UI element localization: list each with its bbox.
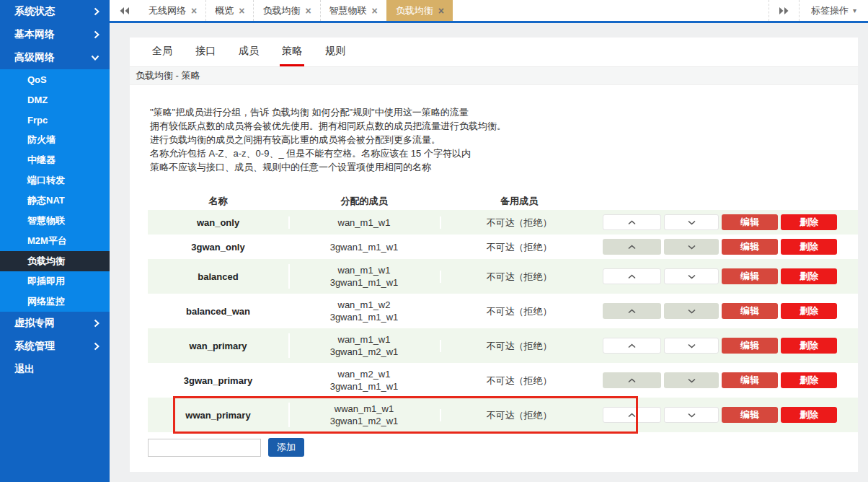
edit-button[interactable]: 编辑 [722,372,778,388]
policy-members: wan_m1_w23gwan1_m1_w1 [288,299,440,323]
edit-button[interactable]: 编辑 [722,407,778,423]
move-up-button[interactable] [603,338,661,354]
tab-close-icon[interactable]: × [305,6,311,16]
chevron-up-icon [628,245,636,250]
tab-close-icon[interactable]: × [191,6,197,16]
edit-button[interactable]: 编辑 [722,239,778,255]
move-up-button[interactable] [603,372,661,388]
policy-name: balanced [148,271,288,283]
policy-row-3gwan_only: 3gwan_only3gwan1_m1_w1不可达（拒绝）编辑删除 [148,235,858,259]
sidebar-subitem-DMZ[interactable]: DMZ [0,89,110,110]
header-members: 分配的成员 [288,195,440,207]
policy-fallback: 不可达（拒绝） [440,409,598,421]
policy-name: wan_only [148,216,288,229]
policy-row-wan_primary: wan_primarywan_m1_w13gwan1_m2_w1不可达（拒绝）编… [148,328,858,363]
sidebar-item-退出[interactable]: 退出 [0,358,110,381]
delete-button[interactable]: 删除 [781,214,837,230]
table-header-row: 名称 分配的成员 备用成员 [148,191,858,210]
chevron-up-icon [628,220,636,225]
sidebar-item-label: 退出 [14,363,35,376]
delete-button[interactable]: 删除 [781,268,837,284]
chevron-up-icon [628,309,636,314]
sidebar-subitem-静态NAT[interactable]: 静态NAT [0,190,110,211]
module-tab-策略[interactable]: 策略 [280,38,304,66]
window-tab-label: 概览 [215,4,234,17]
module-tab-规则[interactable]: 规则 [323,38,347,66]
policy-fallback: 不可达（拒绝） [440,305,598,317]
tabs-scroll-right-button[interactable] [769,0,799,21]
move-up-button[interactable] [603,239,661,255]
chevron-down-icon [688,220,696,225]
move-down-button[interactable] [664,303,719,319]
policy-name: wwan_primary [148,409,288,421]
row-actions: 编辑删除 [598,303,858,319]
sidebar-subitem-Frpc[interactable]: Frpc [0,110,110,130]
tab-close-icon[interactable]: × [239,6,244,16]
sidebar-top-group: 系统状态基本网络高级网络 [0,0,110,69]
module-tab-接口[interactable]: 接口 [193,38,218,66]
edit-button[interactable]: 编辑 [722,268,778,284]
chevron-down-icon [688,413,696,418]
sidebar-item-高级网络[interactable]: 高级网络 [0,46,110,69]
move-up-button[interactable] [603,214,661,230]
delete-button[interactable]: 删除 [781,407,837,423]
delete-button[interactable]: 删除 [781,372,837,388]
sidebar-item-系统管理[interactable]: 系统管理 [0,335,110,358]
move-down-button[interactable] [664,268,719,284]
window-tab-智慧物联[interactable]: 智慧物联× [320,0,386,21]
sidebar-subitem-智慧物联[interactable]: 智慧物联 [0,211,110,231]
add-policy-button[interactable]: 添加 [268,438,304,457]
window-tab-label: 负载均衡 [262,4,300,17]
policy-table: 名称 分配的成员 备用成员 wan_onlywan_m1_w1不可达（拒绝）编辑… [148,191,858,432]
row-actions: 编辑删除 [598,338,858,354]
move-down-button[interactable] [664,407,719,423]
policy-fallback: 不可达（拒绝） [440,216,598,229]
policy-row-wwan_primary: wwan_primarywwan_m1_w13gwan1_m2_w1不可达（拒绝… [148,398,858,432]
sidebar-subitem-负载均衡[interactable]: 负载均衡 [0,251,110,271]
tabs-scroll-left-button[interactable] [110,0,140,21]
window-tab-无线网络[interactable]: 无线网络× [140,0,205,21]
sidebar-subitem-中继器[interactable]: 中继器 [0,150,110,170]
sidebar-item-系统状态[interactable]: 系统状态 [0,0,110,23]
new-policy-name-input[interactable] [148,439,261,457]
header-fallback: 备用成员 [440,195,598,207]
sidebar-subitem-QoS[interactable]: QoS [0,69,110,89]
sidebar-item-虚拟专网[interactable]: 虚拟专网 [0,312,110,335]
move-down-button[interactable] [664,239,719,255]
policy-name: wan_primary [148,340,288,352]
sidebar-subitem-端口转发[interactable]: 端口转发 [0,170,110,190]
row-actions: 编辑删除 [598,407,858,423]
module-tab-成员[interactable]: 成员 [236,38,261,66]
tab-close-icon[interactable]: × [438,6,444,16]
tab-close-icon[interactable]: × [372,6,378,16]
move-down-button[interactable] [664,338,719,354]
sidebar-subitem-即插即用[interactable]: 即插即用 [0,271,110,292]
policy-description: "策略"把成员进行分组，告诉 负载均衡 如何分配"规则"中使用这一策略的流量拥有… [150,105,858,174]
move-up-button[interactable] [603,303,661,319]
edit-button[interactable]: 编辑 [722,338,778,354]
chevron-right-icon [94,7,99,16]
delete-button[interactable]: 删除 [781,239,837,255]
policy-name: balanced_wan [148,305,288,317]
window-tabs: 无线网络×概览×负载均衡×智慧物联×负载均衡× [140,0,453,21]
sidebar-item-基本网络[interactable]: 基本网络 [0,23,110,46]
edit-button[interactable]: 编辑 [722,214,778,230]
edit-button[interactable]: 编辑 [722,303,778,319]
move-up-button[interactable] [603,268,661,284]
chevron-up-icon [628,343,636,349]
delete-button[interactable]: 删除 [781,303,837,319]
window-tab-负载均衡[interactable]: 负载均衡× [253,0,319,21]
module-tab-全局[interactable]: 全局 [150,38,174,66]
sidebar-subitem-防火墙[interactable]: 防火墙 [0,130,110,150]
window-tab-概览[interactable]: 概览× [205,0,253,21]
sidebar-subitem-M2M平台[interactable]: M2M平台 [0,231,110,251]
delete-button[interactable]: 删除 [781,338,837,354]
tab-operations-menu[interactable]: 标签操作 ▾ [799,0,868,21]
window-tab-负载均衡[interactable]: 负载均衡× [386,0,453,21]
move-down-button[interactable] [664,372,719,388]
chevron-down-icon [688,274,696,279]
sidebar-item-label: 虚拟专网 [14,317,55,330]
move-up-button[interactable] [603,407,661,423]
sidebar-subitem-网络监控[interactable]: 网络监控 [0,292,110,312]
move-down-button[interactable] [664,214,719,230]
